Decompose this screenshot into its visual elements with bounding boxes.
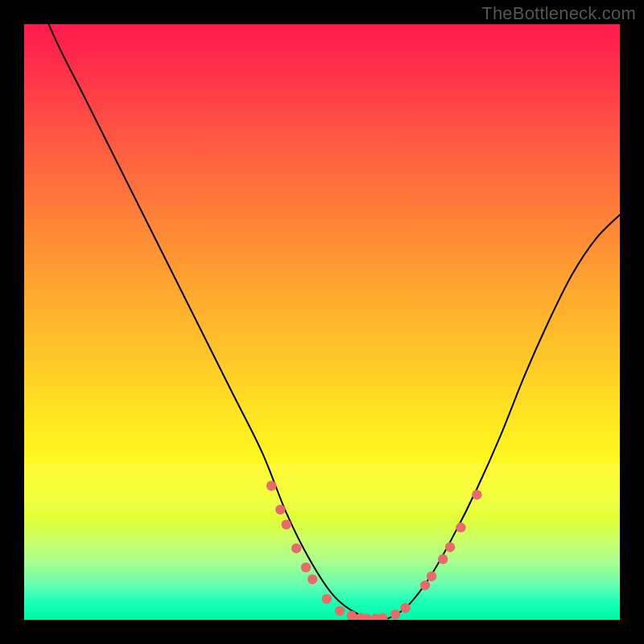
curve-marker (472, 489, 481, 499)
curve-svg (24, 24, 620, 620)
curve-marker (335, 606, 345, 616)
curve-marker (378, 613, 387, 620)
curve-marker (427, 572, 436, 581)
curve-marker (322, 594, 332, 604)
bottleneck-curve (24, 24, 620, 620)
curve-marker (456, 522, 465, 532)
watermark-text: TheBottleneck.com (481, 3, 636, 24)
chart-frame: TheBottleneck.com (0, 0, 644, 644)
curve-marker (275, 505, 285, 514)
curve-marker (445, 543, 455, 552)
curve-marker (308, 574, 317, 584)
curve-marker (266, 481, 276, 490)
curve-marker (400, 603, 410, 613)
marker-group (266, 481, 482, 620)
plot-area (24, 24, 620, 620)
curve-group (24, 24, 620, 620)
curve-marker (438, 554, 448, 564)
curve-marker (420, 580, 430, 590)
curve-marker (291, 543, 301, 553)
curve-marker (281, 519, 291, 529)
curve-marker (301, 563, 311, 572)
curve-marker (390, 609, 400, 619)
